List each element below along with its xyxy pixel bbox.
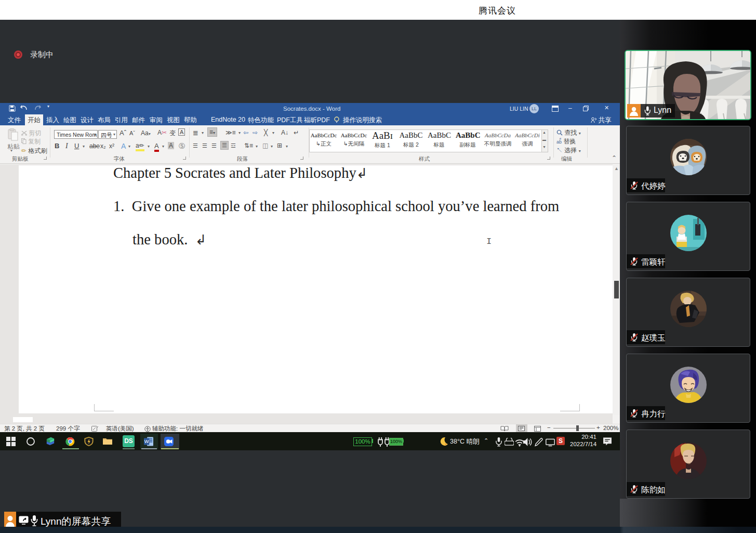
svg-text:W: W <box>144 438 149 444</box>
